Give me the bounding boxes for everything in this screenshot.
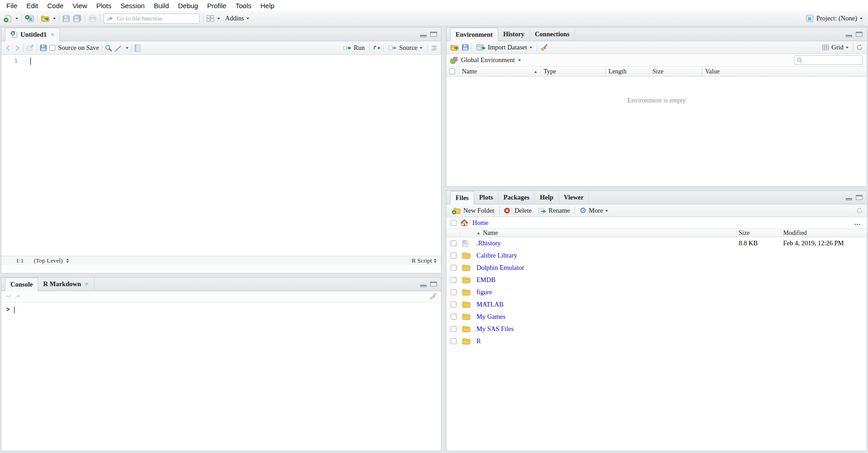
select-all-files-checkbox[interactable] xyxy=(451,220,456,226)
file-checkbox[interactable] xyxy=(451,302,456,307)
save-icon[interactable] xyxy=(40,44,47,51)
minimize-pane-icon[interactable] xyxy=(846,198,852,200)
file-checkbox[interactable] xyxy=(451,289,456,295)
open-file-icon[interactable] xyxy=(41,15,50,22)
tab-plots[interactable]: Plots xyxy=(474,191,499,204)
path-options-button[interactable]: ... xyxy=(853,219,863,227)
tab-help[interactable]: Help xyxy=(535,191,559,204)
menu-item-build[interactable]: Build xyxy=(149,1,173,10)
menu-item-file[interactable]: File xyxy=(2,1,22,10)
scope-selector-label[interactable]: Global Environment xyxy=(461,56,515,64)
tab-connections[interactable]: Connections xyxy=(530,28,575,41)
file-checkbox[interactable] xyxy=(451,240,456,246)
maximize-pane-icon[interactable] xyxy=(430,32,437,37)
import-dataset-button[interactable]: Import Dataset xyxy=(475,43,534,52)
file-checkbox[interactable] xyxy=(451,326,456,332)
project-button[interactable]: R Project: (None) xyxy=(806,15,864,22)
code-editor[interactable]: 1 xyxy=(1,55,441,256)
goto-file-input[interactable] xyxy=(103,14,200,24)
file-checkbox[interactable] xyxy=(451,338,456,344)
maximize-pane-icon[interactable] xyxy=(856,195,863,200)
refresh-icon[interactable] xyxy=(856,44,863,51)
minimize-pane-icon[interactable] xyxy=(420,285,427,287)
menu-item-session[interactable]: Session xyxy=(116,1,149,10)
scope-stepper-icon[interactable] xyxy=(66,258,69,263)
folder-link[interactable]: My Games xyxy=(476,313,505,321)
tab-r-markdown[interactable]: R Markdown ✕ xyxy=(38,278,94,291)
forward-icon[interactable] xyxy=(14,45,20,51)
more-button[interactable]: ⚙ More xyxy=(578,206,610,215)
column-header-size[interactable]: Size xyxy=(737,229,781,237)
maximize-pane-icon[interactable] xyxy=(430,282,437,287)
column-header-modified[interactable]: Modified xyxy=(781,229,867,237)
select-all-checkbox[interactable] xyxy=(449,68,455,74)
tab-untitled1[interactable]: R Untitled1 ✕ xyxy=(5,28,60,41)
find-replace-icon[interactable] xyxy=(105,44,112,52)
new-folder-button[interactable]: New Folder xyxy=(450,206,496,215)
column-header-size[interactable]: Size xyxy=(650,67,702,76)
new-file-dropdown-icon[interactable] xyxy=(15,18,18,19)
menu-item-plots[interactable]: Plots xyxy=(92,1,116,10)
tab-history[interactable]: History xyxy=(498,28,530,41)
tab-viewer[interactable]: Viewer xyxy=(559,191,589,204)
document-outline-icon[interactable] xyxy=(430,45,437,51)
menu-item-edit[interactable]: Edit xyxy=(22,1,43,10)
open-recent-dropdown-icon[interactable] xyxy=(53,18,56,19)
popout-window-icon[interactable] xyxy=(26,44,34,51)
home-icon[interactable] xyxy=(461,219,468,226)
tab-packages[interactable]: Packages xyxy=(499,191,535,204)
folder-link[interactable]: Dolphin Emulator xyxy=(476,264,524,272)
refresh-icon[interactable] xyxy=(856,207,863,214)
source-on-save-checkbox[interactable] xyxy=(49,45,55,51)
code-tools-wand-icon[interactable] xyxy=(115,44,123,52)
file-type-stepper-icon[interactable] xyxy=(434,258,436,263)
column-header-value[interactable]: Value xyxy=(702,67,867,76)
save-all-icon[interactable] xyxy=(73,15,82,22)
delete-button[interactable]: Delete xyxy=(502,206,534,215)
file-checkbox[interactable] xyxy=(451,314,456,320)
minimize-pane-icon[interactable] xyxy=(420,35,427,37)
load-workspace-icon[interactable] xyxy=(450,44,459,51)
rerun-icon[interactable] xyxy=(373,45,381,51)
minimize-pane-icon[interactable] xyxy=(846,35,852,37)
close-icon[interactable]: ✕ xyxy=(50,32,54,38)
menu-item-profile[interactable]: Profile xyxy=(202,1,231,10)
pane-layout-icon[interactable] xyxy=(206,15,214,22)
run-button[interactable]: Run xyxy=(341,43,367,53)
save-workspace-icon[interactable] xyxy=(462,44,469,51)
environment-search-input[interactable] xyxy=(794,55,863,65)
column-header-name[interactable]: ▲ Name xyxy=(475,229,737,237)
scope-dropdown-icon[interactable] xyxy=(518,59,521,61)
rename-button[interactable]: Rename xyxy=(536,206,572,215)
save-icon[interactable] xyxy=(63,15,70,22)
tab-files[interactable]: Files xyxy=(450,191,474,205)
close-icon[interactable]: ✕ xyxy=(85,281,89,287)
console-body[interactable]: > xyxy=(1,302,441,313)
menu-item-debug[interactable]: Debug xyxy=(173,1,202,10)
folder-link[interactable]: figure xyxy=(476,288,492,296)
folder-link[interactable]: EMDB xyxy=(476,276,495,284)
menu-item-code[interactable]: Code xyxy=(43,1,68,10)
new-project-icon[interactable]: R xyxy=(25,15,34,23)
view-mode-button[interactable]: Grid xyxy=(820,43,850,52)
source-button[interactable]: Source xyxy=(387,43,424,53)
pane-layout-dropdown-icon[interactable] xyxy=(217,18,220,19)
tab-environment[interactable]: Environment xyxy=(450,28,498,41)
column-header-type[interactable]: Type xyxy=(541,67,606,76)
new-file-icon[interactable] xyxy=(4,15,12,23)
addins-button[interactable]: Addins xyxy=(223,14,251,23)
file-link[interactable]: .Rhistory xyxy=(476,239,501,247)
compile-report-icon[interactable] xyxy=(134,44,141,52)
folder-link[interactable]: Calibre Library xyxy=(476,252,517,259)
print-icon[interactable] xyxy=(88,15,97,22)
breadcrumb-home-link[interactable]: Home xyxy=(472,219,488,227)
scope-selector[interactable]: (Top Level) xyxy=(34,257,63,264)
column-header-name[interactable]: Name ▲ xyxy=(459,67,541,76)
tab-console[interactable]: Console xyxy=(5,278,38,291)
file-checkbox[interactable] xyxy=(451,265,456,271)
menu-item-help[interactable]: Help xyxy=(256,1,279,10)
goto-directory-icon[interactable] xyxy=(15,294,21,299)
menu-item-view[interactable]: View xyxy=(68,1,92,10)
menu-item-tools[interactable]: Tools xyxy=(231,1,256,10)
back-icon[interactable] xyxy=(5,45,11,51)
